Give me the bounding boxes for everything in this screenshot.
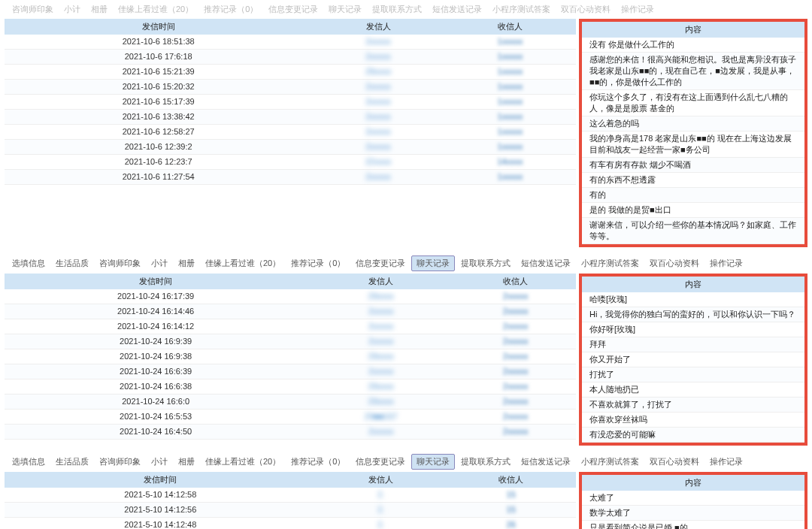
table-row[interactable]: 2021-5-10 14:12:562.15 <box>5 503 576 518</box>
col-receiver: 收信人 <box>444 19 576 35</box>
tab-item[interactable]: 推荐记录（0） <box>286 455 350 469</box>
col-sender: 发信人 <box>307 274 455 289</box>
tab-item[interactable]: 操作记录 <box>705 256 747 271</box>
tab-item[interactable]: 推荐记录（0） <box>199 2 262 17</box>
cell-receiver: 15 <box>446 488 576 503</box>
tab-item[interactable]: 咨询师印象 <box>95 455 145 469</box>
tab-item[interactable]: 信息变更记录 <box>351 455 410 469</box>
tab-item[interactable]: 相册 <box>86 2 112 17</box>
content-row: 有车有房有存款 烟少不喝酒 <box>582 158 804 173</box>
cell-sender: 29xxxx <box>307 289 455 304</box>
content-cell: 只是看到简介说是已婚 ■的 <box>582 521 804 530</box>
cell-sender: 29xxxx <box>307 379 455 394</box>
table-row[interactable]: 2021-10-24 16:14:462xxxxx2xxxxx <box>5 304 576 319</box>
cell-time: 2021-10-24 16:9:39 <box>5 334 307 349</box>
cell-sender: 2xxxxx <box>307 334 455 349</box>
cell-time: 2021-10-6 13:38:42 <box>5 110 312 125</box>
tab-item[interactable]: 生活品质 <box>51 455 93 469</box>
cell-receiver: 1xxxxx <box>444 110 576 125</box>
tab-item[interactable]: 聊天记录 <box>411 255 455 271</box>
table-row[interactable]: 2021-10-24 16:9:392xxxxx2xxxxx <box>5 334 576 349</box>
cell-receiver: 15 <box>446 503 576 518</box>
cell-sender: 2xxxxx <box>312 95 444 110</box>
tab-item[interactable]: 提取联系方式 <box>368 2 426 17</box>
tab-item[interactable]: 提取联系方式 <box>456 256 515 271</box>
table-row[interactable]: 2021-10-24 16:14:122xxxxx2xxxxx <box>5 319 576 334</box>
table-row[interactable]: 2021-10-6 12:39:22xxxxx1xxxxx <box>5 140 576 155</box>
tab-item[interactable]: 双百心动资料 <box>556 2 615 17</box>
tab-item[interactable]: 小计 <box>147 455 172 469</box>
table-row[interactable]: 2021-10-24 16:17:3929xxxx2xxxxx <box>5 289 576 304</box>
table-row[interactable]: 2021-10-24 16:4:502xxxxx2xxxxx <box>5 425 576 440</box>
tab-item[interactable]: 咨询师印象 <box>95 256 145 271</box>
cell-receiver: 2xxxxx <box>455 394 576 410</box>
content-table-1: 内容 没有 你是做什么工作的感谢您的来信！很高兴能和您相识。我也是离异没有孩子我… <box>582 22 804 244</box>
table-row[interactable]: 2021-10-24 16:9:3829xxxx2xxxxx <box>5 349 576 364</box>
tab-item[interactable]: 选填信息 <box>8 455 50 469</box>
tab-item[interactable]: 推荐记录（0） <box>286 256 350 271</box>
table-row[interactable]: 2021-10-6 13:38:422xxxxx1xxxxx <box>5 110 576 125</box>
content-row: 你喜欢穿丝袜吗 <box>582 413 804 428</box>
cell-sender: 2. <box>317 518 447 530</box>
content-cell: 打扰了 <box>582 367 804 382</box>
tab-item[interactable]: 短信发送记录 <box>428 2 486 17</box>
table-row[interactable]: 2021-10-6 12:23:722xxxx14xxxx <box>5 155 576 170</box>
cell-time: 2021-5-10 14:12:58 <box>5 488 317 503</box>
table-row[interactable]: 2021-10-24 16:6:3829xxxx2xxxxx <box>5 379 576 394</box>
tab-item[interactable]: 双百心动资料 <box>645 256 704 271</box>
tab-item[interactable]: 信息变更记录 <box>351 256 410 271</box>
col-receiver: 收信人 <box>446 472 576 488</box>
tab-item[interactable]: 小程序测试答案 <box>577 256 644 271</box>
table-row[interactable]: 2021-10-24 16:6:392xxxxx2xxxxx <box>5 364 576 379</box>
tab-item[interactable]: 操作记录 <box>617 2 659 17</box>
tab-item[interactable]: 双百心动资料 <box>645 455 704 469</box>
table-row[interactable]: 2021-10-6 15:21:3929xxxx1xxxxx <box>5 65 576 80</box>
tab-item[interactable]: 聊天记录 <box>324 2 366 17</box>
tab-item[interactable]: 相册 <box>174 455 199 469</box>
tab-item[interactable]: 聊天记录 <box>411 454 455 470</box>
table-row[interactable]: 2021-5-10 14:12:482.26 <box>5 518 576 530</box>
tab-item[interactable]: 咨询师印象 <box>8 2 58 17</box>
col-content: 内容 <box>582 22 804 38</box>
tab-item[interactable]: 提取联系方式 <box>456 455 515 469</box>
tab-item[interactable]: 操作记录 <box>705 455 747 469</box>
tab-item[interactable]: 佳缘上看过谁（20） <box>114 2 198 17</box>
table-row[interactable]: 2021-10-24 16:6:029xxxx2xxxxx <box>5 394 576 410</box>
tab-item[interactable]: 小程序测试答案 <box>577 455 644 469</box>
tab-item[interactable]: 生活品质 <box>51 256 93 271</box>
tab-item[interactable]: 佳缘上看过谁（20） <box>201 455 285 469</box>
tab-item[interactable]: 信息变更记录 <box>264 2 323 17</box>
content-cell: 是的 我做的是贸■出口 <box>582 203 804 218</box>
table-row[interactable]: 2021-10-6 11:27:542xxxxx1xxxxx <box>5 170 576 185</box>
table-row[interactable]: 2021-10-6 18:51:382xxxxx1xxxxx <box>5 35 576 50</box>
content-row: 有的 <box>582 188 804 203</box>
tab-item[interactable]: 短信发送记录 <box>517 455 575 469</box>
cell-time: 2021-10-6 15:21:39 <box>5 65 312 80</box>
tab-item[interactable]: 相册 <box>174 256 199 271</box>
table-row[interactable]: 2021-10-6 15:17:392xxxxx1xxxxx <box>5 95 576 110</box>
table-row[interactable]: 2021-10-6 15:20:322xxxxx1xxxxx <box>5 80 576 95</box>
table-row[interactable]: 2021-10-6 12:58:272xxxxx1xxxxx <box>5 125 576 140</box>
tab-item[interactable]: 选填信息 <box>8 256 50 271</box>
cell-sender: 2xxxxx <box>312 35 444 50</box>
tabs-row-2: 选填信息生活品质咨询师印象小计相册佳缘上看过谁（20）推荐记录（0）信息变更记录… <box>0 253 812 274</box>
cell-receiver: 2xxxxx <box>455 410 576 425</box>
cell-time: 2021-10-6 12:23:7 <box>5 155 312 170</box>
content-row: 拜拜 <box>582 337 804 352</box>
panel-1: 咨询师印象小计相册佳缘上看过谁（20）推荐记录（0）信息变更记录聊天记录提取联系… <box>0 0 812 247</box>
content-cell: 本人随地扔已 <box>582 382 804 398</box>
tab-item[interactable]: 小计 <box>147 256 172 271</box>
tab-item[interactable]: 佳缘上看过谁（20） <box>201 256 285 271</box>
tab-item[interactable]: 短信发送记录 <box>517 256 575 271</box>
cell-receiver: 2xxxxx <box>455 425 576 440</box>
tab-item[interactable]: 小程序测试答案 <box>488 2 555 17</box>
content-cell: 你好呀[玫瑰] <box>582 322 804 337</box>
cell-time: 2021-10-24 16:14:46 <box>5 304 307 319</box>
cell-receiver: 1xxxxx <box>444 140 576 155</box>
table-row[interactable]: 2021-5-10 14:12:582.15 <box>5 488 576 503</box>
content-cell: 数学太难了 <box>582 506 804 521</box>
content-row: 有的东西不想透露 <box>582 173 804 188</box>
table-row[interactable]: 2021-10-24 16:5:5329■■1672xxxxx <box>5 410 576 425</box>
tab-item[interactable]: 小计 <box>59 2 85 17</box>
table-row[interactable]: 2021-10-6 17:6:182xxxxx1xxxxx <box>5 50 576 65</box>
